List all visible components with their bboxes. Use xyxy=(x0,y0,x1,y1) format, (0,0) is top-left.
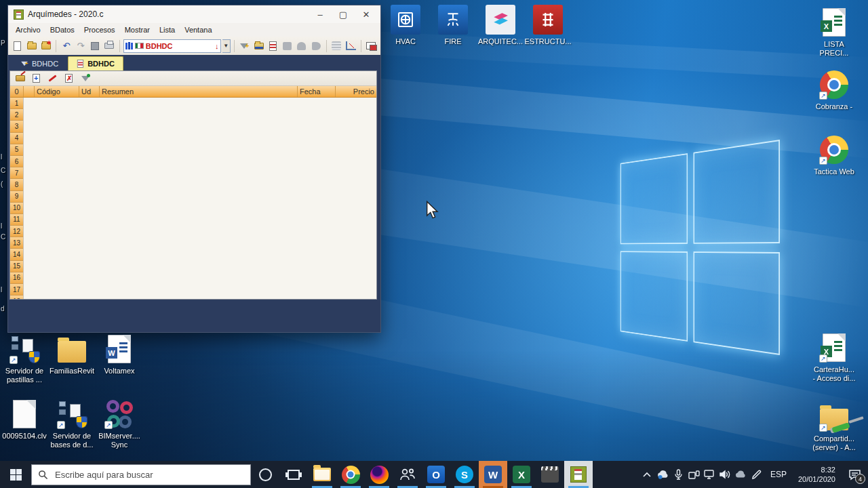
clock[interactable]: 8:32 20/01/2020 xyxy=(793,465,841,485)
corner-cell[interactable]: 0 xyxy=(10,86,24,97)
pen-icon[interactable] xyxy=(749,461,764,488)
disabled-tool-icon[interactable] xyxy=(281,39,294,53)
undo-icon[interactable]: ↶ xyxy=(60,39,73,53)
add-filter-icon[interactable] xyxy=(238,39,251,53)
network-display-icon[interactable] xyxy=(702,461,717,488)
redo-icon[interactable]: ↷ xyxy=(74,39,87,53)
row-number-cell[interactable]: 16 xyxy=(10,272,23,284)
video-app-button[interactable] xyxy=(536,461,564,488)
desktop-icon-hvac[interactable]: HVAC xyxy=(381,4,430,46)
delete-row-icon[interactable] xyxy=(63,73,75,84)
column-header-precio[interactable]: Precio xyxy=(336,86,376,97)
maximize-button[interactable]: ▢ xyxy=(332,7,355,22)
edit-row-icon[interactable] xyxy=(47,73,58,84)
chrome-button[interactable] xyxy=(336,461,365,488)
add-row-icon[interactable] xyxy=(31,73,42,84)
edit-case-icon[interactable] xyxy=(14,73,26,84)
grid-empty-area[interactable] xyxy=(24,98,376,299)
desktop-icon-arquitectura[interactable]: ARQUITEC... xyxy=(476,4,525,46)
menu-item[interactable]: Mostrar xyxy=(120,24,155,35)
database-selector[interactable]: BDHDC ↓ xyxy=(123,39,221,53)
row-number-cell[interactable]: 13 xyxy=(10,237,23,249)
outlook-button[interactable]: O xyxy=(422,461,450,488)
column-header-resumen[interactable]: Resumen xyxy=(100,86,298,97)
onedrive-sync-icon[interactable] xyxy=(655,461,671,488)
close-button[interactable]: ✕ xyxy=(355,7,378,22)
column-header-ud[interactable]: Ud xyxy=(79,86,100,97)
row-number-cell[interactable]: 3 xyxy=(10,121,23,132)
open-folder-blue-icon[interactable] xyxy=(252,39,265,53)
phone-link-icon[interactable] xyxy=(686,461,702,488)
row-number-cell[interactable]: 6 xyxy=(10,156,23,167)
desktop-icon-cartera[interactable]: X↗ CarteraHu... - Acceso di... xyxy=(810,332,859,382)
row-number-cell[interactable]: 2 xyxy=(10,109,23,121)
row-number-cell[interactable]: 12 xyxy=(10,226,23,237)
row-number-cell[interactable]: 4 xyxy=(10,133,23,144)
language-indicator[interactable]: ESP xyxy=(764,470,793,479)
save-icon[interactable] xyxy=(89,39,102,53)
microphone-icon[interactable] xyxy=(671,461,686,488)
row-number-cell[interactable]: 1 xyxy=(10,98,23,109)
desktop-icon-voltamex[interactable]: W Voltamex xyxy=(95,333,144,375)
disabled-tool-icon[interactable] xyxy=(310,39,323,53)
row-number-cell[interactable]: 18 xyxy=(10,296,23,299)
row-number-cell[interactable]: 7 xyxy=(10,167,23,179)
open-file-icon[interactable] xyxy=(25,39,38,53)
arquimedes-button[interactable] xyxy=(564,461,593,488)
menu-item[interactable]: Lista xyxy=(155,24,180,35)
cloud-status-icon[interactable] xyxy=(733,461,749,488)
menu-item[interactable]: Archivo xyxy=(11,24,45,35)
row-number-cell[interactable]: 15 xyxy=(10,261,23,272)
volume-icon[interactable] xyxy=(717,461,733,488)
desktop-icon-servidor-pastillas[interactable]: ↗ Servidor de pastillas ... xyxy=(0,333,49,384)
row-number-cell[interactable]: 8 xyxy=(10,179,23,190)
hidden-icons-chevron[interactable] xyxy=(639,461,655,488)
skype-button[interactable]: S xyxy=(450,461,479,488)
firefox-button[interactable] xyxy=(365,461,393,488)
task-view-button[interactable] xyxy=(279,461,308,488)
row-number-cell[interactable]: 17 xyxy=(10,284,23,296)
tab-bdhdc-grid[interactable]: BDHDC xyxy=(68,56,123,70)
column-header-codigo[interactable]: Código xyxy=(35,86,79,97)
row-number-cell[interactable]: 14 xyxy=(10,249,23,260)
print-icon[interactable] xyxy=(103,39,116,53)
price-document-icon[interactable] xyxy=(267,39,279,53)
minimize-button[interactable]: – xyxy=(309,7,332,22)
desktop-icon-00095104[interactable]: 00095104.clv xyxy=(0,399,49,441)
list-view-icon[interactable] xyxy=(330,39,343,53)
row-number-cell[interactable]: 5 xyxy=(10,144,23,156)
desktop-icon-cobranza[interactable]: ↗ Cobranza - xyxy=(810,69,859,111)
desktop-icon-servidor-bases[interactable]: ↗ Servidor de bases de d... xyxy=(47,399,96,449)
selector-column-header[interactable] xyxy=(24,86,35,97)
excel-button[interactable]: X xyxy=(507,461,536,488)
tab-bdhdc-list[interactable]: BDHDC xyxy=(12,56,66,70)
people-button[interactable] xyxy=(393,461,422,488)
file-explorer-button[interactable] xyxy=(308,461,336,488)
start-button[interactable] xyxy=(0,461,31,488)
desktop-icon-lista-precios[interactable]: X LISTA PRECI... xyxy=(810,7,859,57)
cortana-button[interactable] xyxy=(251,461,279,488)
row-number-cell[interactable]: 11 xyxy=(10,214,23,226)
row-number-cell[interactable]: 9 xyxy=(10,191,23,203)
menu-item[interactable]: Ventana xyxy=(180,24,216,35)
search-input[interactable] xyxy=(54,469,244,481)
chart-icon[interactable] xyxy=(344,39,357,53)
desktop-icon-estructuras[interactable]: ESTRUCTU... xyxy=(524,4,572,46)
action-center-button[interactable]: 4 xyxy=(841,461,868,488)
desktop-icon-familiasrevit[interactable]: FamiliasRevit xyxy=(47,333,96,375)
filter-green-icon[interactable] xyxy=(79,73,91,84)
word-button[interactable]: W xyxy=(479,461,507,488)
desktop-icon-compartido[interactable]: ↗ Compartid... (server) - A... xyxy=(810,401,859,451)
menu-item[interactable]: Procesos xyxy=(79,24,120,35)
title-bar[interactable]: Arquímedes - 2020.c – ▢ ✕ xyxy=(8,5,380,23)
taskbar-search[interactable] xyxy=(31,464,251,485)
disabled-tool-icon[interactable] xyxy=(295,39,308,53)
desktop-icon-bimserver-sync[interactable]: ↗ BIMserver.... Sync xyxy=(95,399,144,449)
desktop-icon-tactica-web[interactable]: ↗ Tactica Web xyxy=(810,134,859,176)
desktop-icon-fire[interactable]: FIRE xyxy=(429,4,477,46)
column-header-fecha[interactable]: Fecha xyxy=(298,86,336,97)
menu-item[interactable]: BDatos xyxy=(45,24,79,35)
new-file-icon[interactable] xyxy=(11,39,24,53)
windows-arrange-icon[interactable] xyxy=(365,39,378,53)
import-database-icon[interactable]: ✱ xyxy=(39,39,52,53)
